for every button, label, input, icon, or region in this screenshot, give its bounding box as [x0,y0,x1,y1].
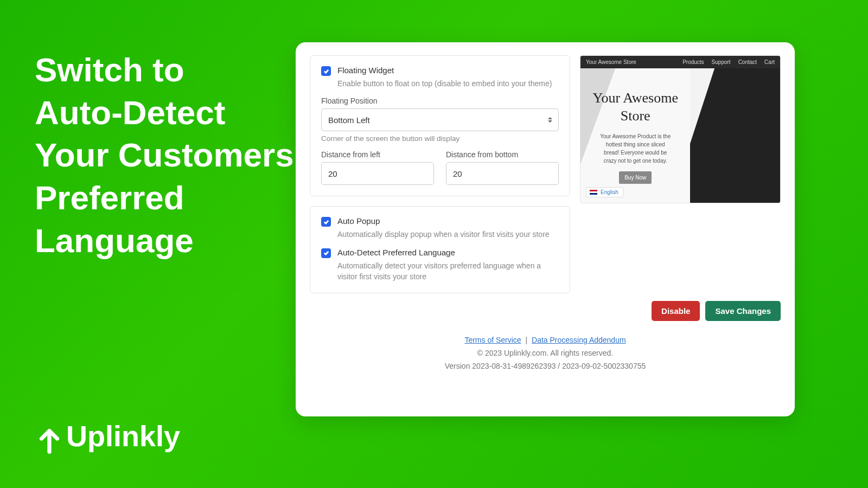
floating-widget-card: Floating Widget Enable button to float o… [310,55,570,196]
auto-detect-label: Auto-Detect Preferred Language [337,248,455,257]
auto-popup-label: Auto Popup [337,216,380,226]
distance-bottom-input[interactable] [446,162,559,185]
preview-nav-link: Support [712,59,731,65]
settings-panel: Floating Widget Enable button to float o… [296,42,795,416]
distance-left-label: Distance from left [321,150,434,159]
brand-logo: Uplinkly [34,418,180,454]
preview-device-image [690,68,780,203]
auto-popup-checkbox[interactable] [321,217,331,227]
auto-detect-desc: Automatically detect your visitors prefe… [337,260,559,282]
preview-hero-title: Your Awesome Store [589,89,681,125]
disable-button[interactable]: Disable [652,301,700,321]
floating-widget-checkbox[interactable] [321,66,331,76]
check-icon [323,250,329,256]
language-switcher-preview: English [586,187,623,197]
promo-headline: Switch to Auto-Detect Your Customers Pre… [35,49,294,262]
preview-hero-desc: Your Awesome Product is the hottest thin… [597,132,673,165]
data-processing-addendum-link[interactable]: Data Processing Addendum [532,336,626,344]
auto-popup-card: Auto Popup Automatically display popup w… [310,206,570,293]
preview-nav-link: Cart [764,59,775,65]
check-icon [323,219,329,225]
distance-bottom-label: Distance from bottom [446,150,559,159]
arrow-up-icon [34,423,65,454]
preview-store-name: Your Awesome Store [586,59,636,65]
auto-popup-desc: Automatically display popup when a visit… [337,229,559,240]
uk-flag-icon [590,190,597,195]
store-preview: Your Awesome Store Products Support Cont… [580,55,781,203]
preview-buy-button: Buy Now [619,171,652,184]
floating-widget-desc: Enable button to float on top (disable t… [337,78,559,89]
preview-nav-link: Contact [738,59,757,65]
save-changes-button[interactable]: Save Changes [705,301,781,321]
preview-nav-link: Products [682,59,704,65]
footer: Terms of Service | Data Processing Adden… [310,334,781,373]
check-icon [323,68,329,74]
select-caret-icon [548,117,552,123]
floating-position-select[interactable]: Bottom Left [321,108,559,131]
floating-position-label: Floating Position [321,97,559,105]
preview-navbar: Your Awesome Store Products Support Cont… [580,56,780,68]
terms-of-service-link[interactable]: Terms of Service [464,336,521,344]
auto-detect-checkbox[interactable] [321,248,331,258]
action-bar: Disable Save Changes [580,301,781,321]
distance-left-input[interactable] [321,162,434,185]
floating-widget-label: Floating Widget [337,66,394,75]
copyright-text: © 2023 Uplinkly.com. All rights reserved… [310,347,781,360]
version-text: Version 2023-08-31-4989262393 / 2023-09-… [310,360,781,373]
floating-position-hint: Corner of the screen the button will dis… [321,134,559,143]
